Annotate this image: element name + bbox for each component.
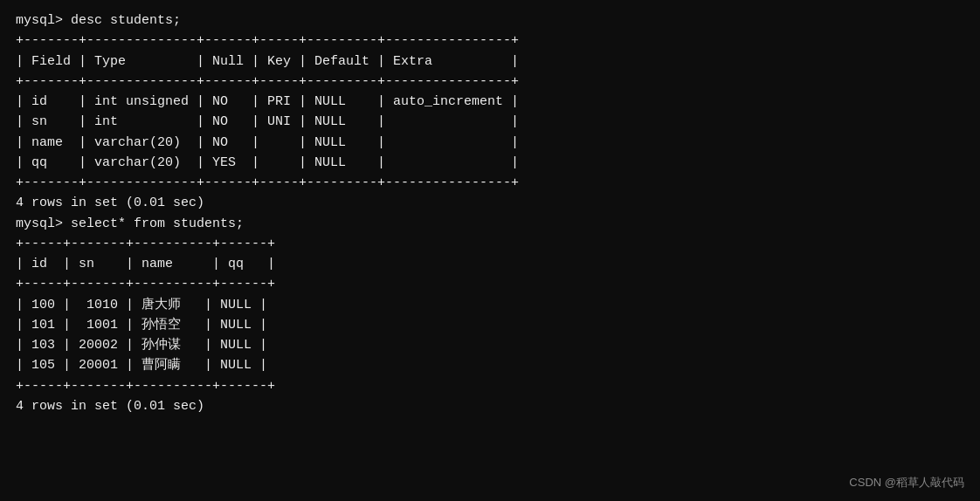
terminal-line: | qq | varchar(20) | YES | | NULL | | xyxy=(16,153,964,173)
terminal-line: mysql> select* from students; xyxy=(16,214,964,234)
terminal-line: 4 rows in set (0.01 sec) xyxy=(16,396,964,416)
terminal-line: | name | varchar(20) | NO | | NULL | | xyxy=(16,133,964,153)
terminal-line: | id | sn | name | qq | xyxy=(16,254,964,274)
terminal-line: | 101 | 1001 | 孙悟空 | NULL | xyxy=(16,315,964,335)
terminal-line: | 103 | 20002 | 孙仲谋 | NULL | xyxy=(16,335,964,355)
terminal-window: mysql> desc students;+-------+----------… xyxy=(0,0,980,501)
terminal-line: +-------+--------------+------+-----+---… xyxy=(16,31,964,51)
terminal-line: +-----+-------+----------+------+ xyxy=(16,234,964,254)
terminal-line: 4 rows in set (0.01 sec) xyxy=(16,193,964,213)
terminal-line: | 100 | 1010 | 唐大师 | NULL | xyxy=(16,295,964,315)
terminal-line: | id | int unsigned | NO | PRI | NULL | … xyxy=(16,92,964,112)
terminal-line: +-------+--------------+------+-----+---… xyxy=(16,72,964,92)
terminal-line: +-----+-------+----------+------+ xyxy=(16,274,964,294)
terminal-line: | Field | Type | Null | Key | Default | … xyxy=(16,51,964,72)
terminal-line: +-----+-------+----------+------+ xyxy=(16,376,964,396)
terminal-line: | 105 | 20001 | 曹阿瞒 | NULL | xyxy=(16,355,964,375)
watermark: CSDN @稻草人敲代码 xyxy=(849,475,964,491)
terminal-line: mysql> desc students; xyxy=(16,10,964,31)
terminal-line: | sn | int | NO | UNI | NULL | | xyxy=(16,112,964,132)
terminal-line: +-------+--------------+------+-----+---… xyxy=(16,173,964,193)
